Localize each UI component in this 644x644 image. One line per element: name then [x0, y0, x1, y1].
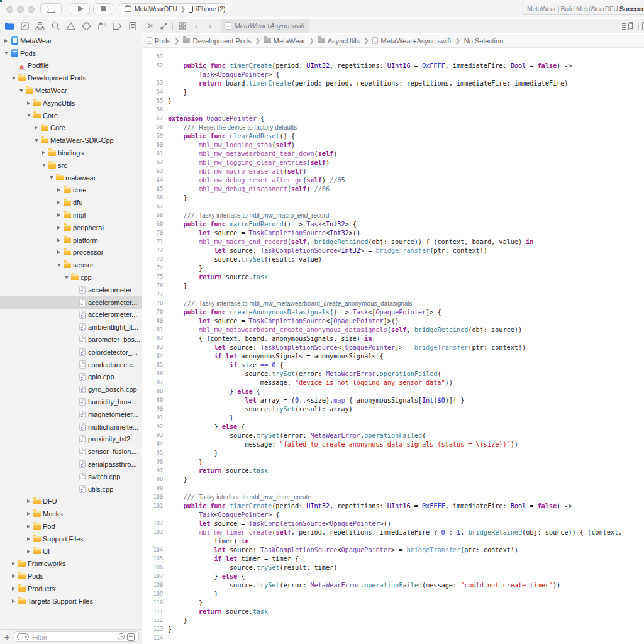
- tree-item-gyro-bosch-cpp[interactable]: gyro_bosch.cpp: [0, 383, 142, 396]
- breadcrumb-item[interactable]: MetaWear+Async.swift: [372, 37, 451, 45]
- tree-item-barometer-bos-[interactable]: barometer_bos...: [0, 333, 142, 346]
- disclosure-down-icon[interactable]: [57, 264, 61, 267]
- disclosure-right-icon[interactable]: [12, 599, 15, 603]
- tree-item-processor[interactable]: processor: [0, 247, 142, 259]
- test-navigator-tab[interactable]: [81, 21, 92, 31]
- tree-item-asyncutils[interactable]: AsyncUtils: [0, 97, 142, 109]
- tree-item-frameworks[interactable]: Frameworks: [0, 557, 142, 570]
- project-navigator-tab[interactable]: [4, 21, 14, 31]
- tree-item-multichannelte-[interactable]: multichannelte...: [0, 421, 142, 433]
- disclosure-right-icon[interactable]: [27, 101, 30, 105]
- tree-item-pod[interactable]: Pod: [0, 520, 142, 533]
- tree-item-gpio-cpp[interactable]: gpio.cpp: [0, 371, 142, 384]
- report-navigator-tab[interactable]: [127, 21, 138, 31]
- tree-item-humidity-bme-[interactable]: humidity_bme...: [0, 396, 142, 408]
- tab-overview-icon[interactable]: [175, 22, 189, 30]
- add-item-button[interactable]: +: [0, 632, 14, 642]
- tree-item-core[interactable]: Core: [0, 122, 142, 135]
- disclosure-right-icon[interactable]: [57, 213, 60, 217]
- disclosure-right-icon[interactable]: [4, 39, 8, 43]
- tree-item-utils-cpp[interactable]: utils.cpp: [0, 483, 142, 496]
- disclosure-right-icon[interactable]: [12, 587, 15, 591]
- expand-editor-icon[interactable]: [157, 23, 170, 30]
- tree-item-platform[interactable]: platform: [0, 234, 142, 247]
- tree-item-magnetometer-[interactable]: magnetometer...: [0, 408, 142, 421]
- disclosure-right-icon[interactable]: [27, 525, 30, 528]
- disclosure-down-icon[interactable]: [19, 89, 23, 92]
- tree-item-podfile[interactable]: Podfile: [0, 60, 142, 72]
- tree-item-ui[interactable]: UI: [0, 545, 142, 558]
- breadcrumb-item[interactable]: Pods: [147, 37, 170, 45]
- disclosure-right-icon[interactable]: [57, 226, 60, 230]
- forward-button[interactable]: ›: [203, 21, 217, 31]
- tree-item-pods[interactable]: Pods: [0, 47, 142, 60]
- tree-item-dfu[interactable]: dfu: [0, 196, 142, 209]
- tree-item-impl[interactable]: impl: [0, 209, 142, 221]
- disclosure-right-icon[interactable]: [57, 201, 60, 204]
- disclosure-right-icon[interactable]: [12, 574, 15, 578]
- minimize-window-button[interactable]: [17, 6, 24, 13]
- tree-item-proximity-tsl2-[interactable]: proximity_tsl2...: [0, 433, 142, 446]
- breadcrumb-item[interactable]: MetaWear: [264, 37, 306, 45]
- disclosure-right-icon[interactable]: [57, 250, 60, 254]
- close-window-button[interactable]: [6, 6, 13, 13]
- disclosure-right-icon[interactable]: [27, 499, 30, 503]
- debug-navigator-tab[interactable]: [96, 21, 107, 31]
- disclosure-right-icon[interactable]: [27, 512, 30, 516]
- tree-item-ambientlight-lt-[interactable]: ambientlight_lt...: [0, 321, 142, 333]
- tree-item-sensor-fusion-[interactable]: sensor_fusion....: [0, 445, 142, 458]
- tree-item-metawear[interactable]: metawear: [0, 172, 142, 184]
- editor-options-button[interactable]: [622, 22, 633, 30]
- tree-item-dfu[interactable]: DFU: [0, 495, 142, 508]
- scheme-selector[interactable]: MetaWearDFU ❯ iPhone (2): [119, 3, 228, 14]
- recents-filter-icon[interactable]: [118, 633, 125, 640]
- tree-item-targets-support-files[interactable]: Targets Support Files: [0, 595, 142, 608]
- editor-tab[interactable]: MetaWear+Async.swift: [221, 19, 309, 33]
- tree-item-switch-cpp[interactable]: switch.cpp: [0, 470, 142, 483]
- disclosure-right-icon[interactable]: [12, 562, 15, 565]
- tree-item-products[interactable]: Products: [0, 582, 142, 595]
- tree-item-core[interactable]: Core: [0, 109, 142, 122]
- close-editor-icon[interactable]: ✕: [143, 21, 157, 30]
- scheme-name[interactable]: MetaWearDFU: [135, 5, 177, 13]
- find-navigator-tab[interactable]: [50, 21, 61, 31]
- disclosure-right-icon[interactable]: [57, 188, 60, 192]
- source-code-editor[interactable]: 5152 public func timerCreate(period: UIn…: [142, 48, 644, 644]
- breadcrumb-item[interactable]: Development Pods: [183, 37, 251, 45]
- tree-item-accelerometer-[interactable]: accelerometer...: [0, 309, 142, 321]
- disclosure-right-icon[interactable]: [35, 126, 38, 130]
- zoom-window-button[interactable]: [28, 6, 35, 13]
- tree-item-sensor[interactable]: sensor: [0, 258, 142, 271]
- tree-item-metawear[interactable]: MetaWear: [0, 84, 142, 97]
- tree-item-mocks[interactable]: Mocks: [0, 508, 142, 520]
- tree-item-metawear[interactable]: MetaWear: [0, 35, 142, 47]
- tree-item-core[interactable]: core: [0, 184, 142, 197]
- disclosure-down-icon[interactable]: [4, 52, 8, 55]
- disclosure-right-icon[interactable]: [57, 238, 60, 242]
- disclosure-down-icon[interactable]: [27, 114, 31, 117]
- disclosure-right-icon[interactable]: [27, 537, 30, 541]
- tree-item-accelerometer-[interactable]: accelerometer...: [0, 296, 142, 309]
- filter-field[interactable]: Filter: [14, 631, 139, 642]
- tree-item-cpp[interactable]: cpp: [0, 271, 142, 284]
- tree-item-serialpassthro-[interactable]: serialpassthro...: [0, 458, 142, 470]
- tree-item-peripheral[interactable]: peripheral: [0, 221, 142, 234]
- issue-navigator-tab[interactable]: [65, 21, 76, 31]
- disclosure-down-icon[interactable]: [50, 176, 53, 179]
- source-control-navigator-tab[interactable]: [19, 21, 30, 31]
- disclosure-right-icon[interactable]: [42, 151, 45, 155]
- tree-item-bindings[interactable]: bindings: [0, 147, 142, 159]
- disclosure-down-icon[interactable]: [35, 139, 38, 142]
- disclosure-down-icon[interactable]: [42, 164, 46, 167]
- disclosure-down-icon[interactable]: [65, 276, 69, 279]
- scheme-device[interactable]: iPhone (2): [196, 5, 225, 13]
- scm-filter-icon[interactable]: [127, 633, 135, 641]
- breadcrumb-item[interactable]: AsyncUtils: [318, 37, 360, 45]
- breakpoint-navigator-tab[interactable]: [112, 21, 123, 31]
- run-button[interactable]: [70, 3, 90, 14]
- tree-item-src[interactable]: src: [0, 159, 142, 172]
- back-button[interactable]: ‹: [189, 21, 203, 31]
- tree-item-accelerometer-[interactable]: accelerometer....: [0, 284, 142, 296]
- tree-item-colordetector-[interactable]: colordetector_...: [0, 346, 142, 358]
- stop-button[interactable]: [93, 3, 113, 14]
